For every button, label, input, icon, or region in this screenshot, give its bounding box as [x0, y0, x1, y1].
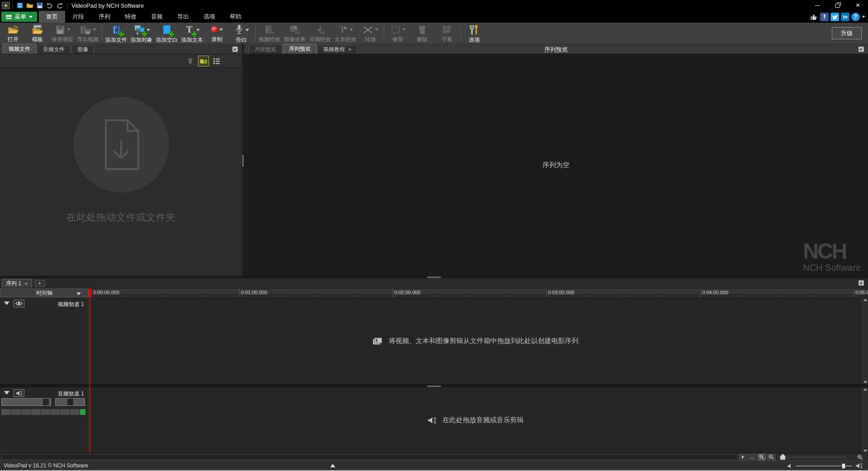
volume-max-icon[interactable] [855, 463, 863, 469]
zoom-out-button[interactable] [767, 454, 775, 460]
open-button[interactable]: 打开 [1, 23, 25, 44]
tab-video-tutorial[interactable]: 视频教程 × [317, 45, 358, 54]
delete-button[interactable]: 删除 [410, 23, 434, 44]
track-mute-toggle[interactable] [14, 389, 24, 397]
text-effects-button[interactable]: T 文本特效 [333, 23, 358, 44]
add-file-button[interactable]: 添加文件 [104, 23, 129, 44]
track-visibility-toggle[interactable] [14, 300, 24, 307]
open-project-icon[interactable] [26, 1, 34, 9]
menu-tab-options[interactable]: 选项 [196, 11, 222, 23]
detach-panel-icon[interactable] [858, 46, 864, 52]
volume-min-icon[interactable] [786, 463, 792, 469]
linkedin-icon[interactable]: in [841, 13, 849, 21]
twitter-icon[interactable] [830, 13, 839, 21]
export-video-button[interactable]: 导出视频 [75, 23, 100, 44]
close-tab-icon[interactable]: × [348, 46, 352, 53]
volume-slider[interactable] [796, 463, 852, 469]
divider [67, 2, 67, 9]
tab-images[interactable]: 图像 [71, 45, 94, 54]
audio-track-header: 音频轨道 1 [0, 387, 89, 453]
list-view-button[interactable] [211, 56, 222, 66]
volume-slider-thumb[interactable] [43, 399, 49, 405]
close-button[interactable]: × [848, 0, 868, 11]
main-area: 视频文件 音频文件 图像 [0, 44, 868, 276]
audio-track-scrollbar[interactable] [862, 387, 868, 453]
menu-tab-sequence[interactable]: 序列 [91, 11, 118, 23]
add-folder-button[interactable] [198, 56, 209, 66]
redo-icon[interactable] [56, 1, 64, 9]
track-pan-slider[interactable] [55, 398, 85, 406]
timeline-zoom-slider[interactable] [778, 454, 846, 460]
minimize-button[interactable] [807, 0, 827, 11]
scroll-down-icon[interactable] [863, 381, 867, 383]
scroll-up-icon[interactable] [863, 299, 867, 301]
image-effects-button[interactable]: FX 图像效果 [282, 23, 307, 44]
template-button[interactable]: 模板 [25, 23, 50, 44]
video-track-scrollbar[interactable] [862, 298, 868, 384]
restore-button[interactable] [827, 0, 848, 11]
ruler-timestamp: 0:02:00.000 [394, 290, 420, 295]
tab-sequence-preview[interactable]: 序列预览 [283, 44, 316, 54]
tab-clip-preview[interactable]: 片段预览 [249, 45, 282, 54]
transition-button[interactable]: 转场 [358, 23, 382, 44]
tab-audio-files[interactable]: 音频文件 [37, 45, 71, 54]
menu-tab-home[interactable]: 首页 [39, 11, 65, 23]
new-project-icon[interactable] [16, 1, 24, 9]
detach-panel-icon[interactable] [232, 46, 238, 52]
detach-panel-icon[interactable] [858, 280, 864, 286]
collapse-track-icon[interactable] [4, 391, 9, 395]
sequence-tab[interactable]: 序列 1 × [2, 279, 32, 288]
zoom-fit-button[interactable]: ↔ [748, 454, 756, 460]
thumbs-up-icon[interactable] [810, 13, 818, 21]
preview-viewport[interactable]: 序列为空 NCH NCH Software [244, 54, 868, 276]
facebook-icon[interactable]: f [820, 13, 829, 21]
playhead-marker[interactable] [89, 288, 92, 297]
scroll-down-icon[interactable] [863, 450, 867, 452]
collapse-track-icon[interactable] [4, 301, 9, 305]
bin-drop-zone[interactable]: 在此处拖动文件或文件夹 [0, 68, 242, 276]
main-menu-button[interactable]: 菜单 [1, 12, 37, 22]
help-icon[interactable]: ? [851, 13, 860, 21]
ruler-timestamp: 0:01:00.000 [241, 290, 267, 295]
zoom-full-button[interactable] [856, 454, 864, 460]
scroll-right-button[interactable] [739, 454, 747, 460]
subtitle-button[interactable]: SUB 字幕 [434, 23, 459, 44]
svg-text:FX: FX [270, 31, 274, 34]
menu-tab-audio[interactable]: 音频 [144, 11, 170, 23]
volume-slider-thumb[interactable] [842, 463, 845, 469]
narrate-button[interactable]: 旁白 [229, 23, 254, 44]
save-project-icon[interactable] [36, 1, 44, 9]
timeline-mode-dropdown[interactable]: 时间轴 [0, 288, 89, 297]
horizontal-scroll-track[interactable] [1, 454, 737, 460]
menu-tab-help[interactable]: 帮助 [222, 11, 249, 23]
menu-tab-clip[interactable]: 片段 [65, 11, 91, 23]
help-dropdown-icon[interactable] [862, 16, 865, 18]
close-sequence-icon[interactable]: × [24, 280, 28, 287]
upgrade-button[interactable]: 升级 [832, 27, 862, 39]
time-ruler[interactable]: 0:00:00.000 0:01:00.000 0:02:00.000 0:03… [89, 288, 868, 297]
menu-tab-export[interactable]: 导出 [170, 11, 196, 23]
audio-effects-button[interactable]: FX 音频特效 [307, 23, 333, 44]
save-project-button[interactable]: 保存项目 [50, 23, 75, 44]
bin-delete-button[interactable] [185, 56, 196, 66]
zoom-in-button[interactable] [758, 454, 766, 460]
add-blank-button[interactable]: 添加空白 [154, 23, 179, 44]
scroll-up-icon[interactable] [863, 388, 867, 391]
ruler-timestamp: 0:04:00.000 [702, 290, 728, 295]
trim-button[interactable]: 修剪 [386, 23, 410, 44]
add-object-button[interactable]: 添加对象 [129, 23, 154, 44]
new-sequence-button[interactable]: + [35, 280, 45, 287]
tab-video-files[interactable]: 视频文件 [3, 44, 36, 54]
pan-slider-thumb[interactable] [67, 399, 73, 405]
zoom-slider-thumb[interactable] [780, 454, 785, 460]
record-button[interactable]: 录制 [205, 23, 229, 44]
track-volume-slider[interactable] [1, 398, 51, 406]
video-track-lane[interactable]: 将视频、文本和图像剪辑从文件箱中拖放到此处以创建电影序列 [89, 298, 862, 384]
video-effects-button[interactable]: FX 视频特效 [257, 23, 282, 44]
undo-icon[interactable] [46, 1, 54, 9]
audio-track-lane[interactable]: 在此处拖放音频或音乐剪辑 [89, 387, 862, 453]
expand-panel-icon[interactable] [330, 464, 335, 467]
options-button[interactable]: 选项 [462, 23, 486, 44]
menu-tab-effects[interactable]: 特效 [118, 11, 144, 23]
add-text-button[interactable]: T 添加文本 [179, 23, 205, 44]
